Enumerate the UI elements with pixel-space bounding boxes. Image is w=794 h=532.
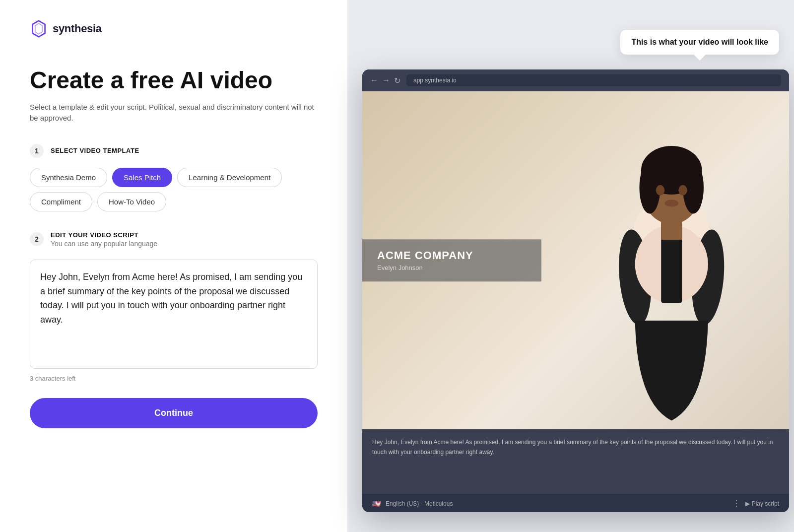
svg-point-10: [656, 185, 665, 196]
template-btn-sales-pitch[interactable]: Sales Pitch: [112, 168, 172, 187]
company-person: Evelyn Johnson: [377, 264, 527, 271]
tooltip-bubble: This is what your video will look like: [620, 30, 779, 55]
logo-area: synthesia: [30, 20, 318, 38]
presenter-figure: [554, 91, 789, 429]
page-wrapper: synthesia Create a free AI video Select …: [0, 0, 794, 532]
browser-mockup: ← → ↻ app.synthesia.io ACME COMPANY Evel…: [362, 69, 789, 512]
refresh-button[interactable]: ↻: [394, 76, 400, 85]
flag-icon: 🇺🇸: [372, 500, 381, 508]
script-textarea[interactable]: [30, 260, 318, 369]
template-btn-synthesia-demo[interactable]: Synthesia Demo: [30, 168, 107, 187]
step1-title: SELECT VIDEO TEMPLATE: [51, 147, 139, 154]
svg-rect-13: [661, 221, 682, 240]
synthesia-logo-icon: [30, 20, 48, 38]
play-script-button[interactable]: ▶ Play script: [745, 500, 779, 507]
step2-subtitle: You can use any popular language: [51, 240, 157, 248]
subtitle-area: Hey John, Evelyn from Acme here! As prom…: [362, 429, 789, 494]
step2-label: 2 EDIT YOUR VIDEO SCRIPT You can use any…: [30, 231, 318, 248]
logo-text: synthesia: [53, 22, 102, 35]
forward-button[interactable]: →: [382, 76, 390, 85]
template-buttons: Synthesia Demo Sales Pitch Learning & De…: [30, 168, 318, 211]
step1-number: 1: [30, 144, 44, 158]
browser-url: app.synthesia.io: [406, 74, 781, 86]
main-heading: Create a free AI video: [30, 67, 318, 94]
company-overlay: ACME COMPANY Evelyn Johnson: [362, 239, 541, 281]
step2-title: EDIT YOUR VIDEO SCRIPT: [51, 231, 157, 239]
subtitle-text: Hey John, Evelyn from Acme here! As prom…: [372, 437, 779, 458]
step1-label: 1 SELECT VIDEO TEMPLATE: [30, 144, 318, 158]
browser-content: ACME COMPANY Evelyn Johnson: [362, 91, 789, 512]
chars-left: 3 characters left: [30, 375, 318, 382]
svg-point-12: [664, 200, 678, 207]
template-btn-compliment[interactable]: Compliment: [30, 192, 92, 211]
back-button[interactable]: ←: [370, 76, 378, 85]
step2-title-group: EDIT YOUR VIDEO SCRIPT You can use any p…: [51, 231, 157, 248]
video-preview: ACME COMPANY Evelyn Johnson: [362, 91, 789, 429]
company-name: ACME COMPANY: [377, 249, 527, 262]
browser-nav: ← → ↻: [370, 76, 400, 85]
browser-bottom-bar: 🇺🇸 English (US) - Meticulous ⋮ ▶ Play sc…: [362, 494, 789, 512]
continue-button[interactable]: Continue: [30, 398, 318, 428]
template-btn-learning-development[interactable]: Learning & Development: [177, 168, 282, 187]
left-panel: synthesia Create a free AI video Select …: [0, 0, 347, 532]
step2-container: 2 EDIT YOUR VIDEO SCRIPT You can use any…: [30, 231, 318, 248]
language-text: English (US) - Meticulous: [386, 500, 453, 507]
template-btn-how-to-video[interactable]: How-To Video: [97, 192, 166, 211]
step2-number: 2: [30, 232, 44, 246]
dots-menu[interactable]: ⋮: [732, 499, 740, 508]
svg-point-11: [679, 185, 688, 196]
right-panel: This is what your video will look like ←…: [347, 0, 794, 532]
sub-description: Select a template & edit your script. Po…: [30, 102, 318, 124]
tooltip-text: This is what your video will look like: [631, 38, 768, 46]
presenter-avatar: [578, 125, 765, 429]
browser-bar: ← → ↻ app.synthesia.io: [362, 69, 789, 91]
